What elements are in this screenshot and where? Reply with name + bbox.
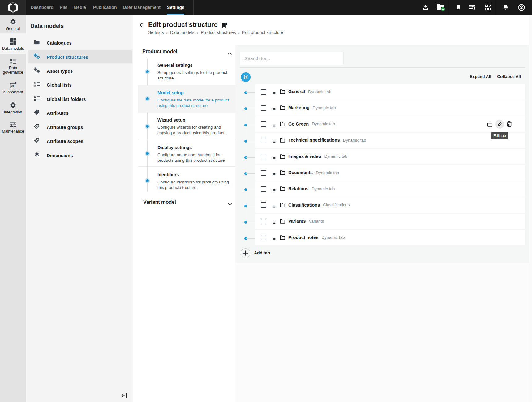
svg-text:Ai: Ai — [11, 84, 14, 88]
